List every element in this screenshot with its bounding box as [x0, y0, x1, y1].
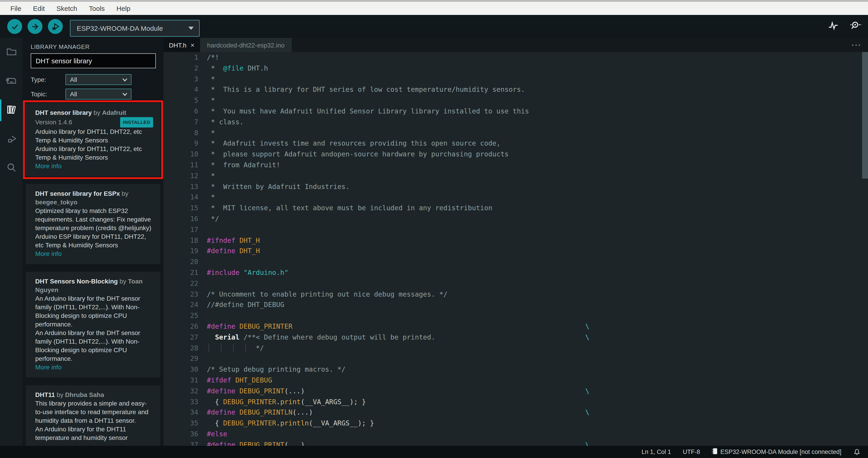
more-info-link[interactable]: More info — [35, 250, 62, 257]
line-number: 17 — [163, 225, 205, 235]
code-line: 7 * class. — [163, 117, 868, 128]
sidebar-item-boards-manager[interactable] — [0, 67, 23, 96]
board-selector-value: ESP32-WROOM-DA Module — [70, 24, 188, 32]
code-editor[interactable]: 1/*!2 * @file DHT.h3 *4 * This is a libr… — [163, 52, 868, 446]
code-line: 13 * Written by Adafruit Industries. — [163, 181, 868, 192]
library-card-title: DHT sensor library by Adafruit — [35, 109, 153, 117]
library-card[interactable]: DHT sensor library for ESPx by beegee_to… — [26, 184, 160, 264]
line-number: 11 — [163, 160, 205, 171]
check-icon — [10, 22, 19, 31]
library-description: Optimized libray to match ESP32 requirem… — [35, 207, 153, 232]
library-author: Adafruit — [102, 109, 126, 116]
line-number: 4 — [163, 85, 205, 96]
line-number: 10 — [163, 149, 205, 160]
line-number: 12 — [163, 171, 205, 182]
debug-icon — [5, 132, 18, 146]
more-info-link[interactable]: More info — [35, 162, 62, 170]
line-number: 3 — [163, 74, 205, 85]
cursor-position[interactable]: Ln 1, Col 1 — [642, 449, 671, 455]
line-number: 20 — [163, 257, 205, 268]
menu-item-file[interactable]: File — [4, 2, 27, 15]
line-number: 26 — [163, 321, 205, 332]
code-line: 33 { DEBUG_PRINTER.print(__VA_ARGS__); } — [163, 397, 868, 408]
toolbar: ESP32-WROOM-DA Module — [0, 15, 868, 38]
library-card[interactable]: DHT11 by Dhruba SahaThis library provide… — [26, 385, 160, 446]
library-version: Version 1.4.6 — [35, 118, 72, 126]
tab-hardcoded-dht22-esp32.ino[interactable]: hardcoded-dht22-esp32.ino — [200, 38, 292, 52]
line-number: 36 — [163, 429, 205, 440]
line-number: 22 — [163, 278, 205, 289]
line-number: 8 — [163, 128, 205, 139]
topic-filter-select[interactable]: All — [65, 89, 131, 99]
code-line: 17 — [163, 225, 868, 235]
board-status[interactable]: ESP32-WROOM-DA Module [not connected] — [712, 448, 841, 456]
serial-plotter-icon[interactable] — [827, 19, 840, 33]
tab-label: hardcoded-dht22-esp32.ino — [207, 41, 284, 49]
type-filter-select[interactable]: All — [65, 74, 131, 85]
line-number: 16 — [163, 214, 205, 225]
code-line: 31#ifdef DHT_DEBUG — [163, 375, 868, 386]
line-number: 31 — [163, 375, 205, 386]
code-line: 14 * — [163, 192, 868, 203]
chevron-down-icon — [122, 90, 131, 98]
menu-item-tools[interactable]: Tools — [83, 2, 111, 15]
library-card-title: DHT11 by Dhruba Saha — [35, 391, 153, 399]
line-number: 24 — [163, 300, 205, 311]
notifications-bell-icon[interactable] — [853, 448, 861, 456]
library-description: An Arduino library for the DHT sensor fa… — [35, 294, 153, 329]
tab-label: DHT.h — [169, 41, 187, 49]
close-icon[interactable]: × — [191, 41, 195, 49]
library-description: Arduino library for DHT11, DHT22, etc Te… — [35, 127, 153, 145]
code-line: 35 { DEBUG_PRINTER.println(__VA_ARGS__);… — [163, 418, 868, 429]
verify-button[interactable] — [7, 19, 22, 34]
line-number: 6 — [163, 106, 205, 117]
sidebar-item-search[interactable] — [0, 154, 23, 183]
sidebar-item-sketchbook[interactable] — [0, 38, 23, 67]
line-number: 14 — [163, 192, 205, 203]
code-line: 34#define DEBUG_PRINTLN(...)\ — [163, 408, 868, 419]
menu-item-edit[interactable]: Edit — [27, 2, 51, 15]
line-number: 9 — [163, 139, 205, 149]
code-line: 37#define DEBUG_PRINT(...)\ — [163, 440, 868, 446]
library-search-input[interactable] — [31, 53, 156, 68]
sidebar-item-debug[interactable] — [0, 125, 23, 154]
line-number: 2 — [163, 63, 205, 74]
encoding-label: UTF-8 — [683, 449, 700, 455]
library-name: DHT sensor library for ESPx — [35, 190, 120, 197]
line-number: 28 — [163, 343, 205, 354]
debug-button[interactable] — [48, 19, 63, 34]
sidebar-item-library-manager[interactable] — [0, 96, 23, 125]
library-card[interactable]: DHT Sensors Non-Blocking by Toan NguyenA… — [26, 272, 160, 377]
menu-item-sketch[interactable]: Sketch — [51, 2, 83, 15]
code-line: 30/* Setup debug printing macros. */ — [163, 365, 868, 375]
code-line: 24//#define DHT_DEBUG — [163, 300, 868, 311]
library-name: DHT Sensors Non-Blocking — [35, 278, 118, 285]
library-card-highlighted[interactable]: DHT sensor library by AdafruitVersion 1.… — [26, 103, 160, 176]
serial-monitor-icon[interactable] — [848, 19, 862, 33]
library-description: An Arduino library for the DHT11 tempera… — [35, 425, 153, 442]
more-info-link[interactable]: More info — [35, 364, 62, 371]
editor: DHT.h×hardcoded-dht22-esp32.ino··· 1/*!2… — [163, 38, 868, 446]
line-number: 30 — [163, 365, 205, 375]
editor-scrollbar[interactable] — [862, 52, 868, 179]
line-number: 33 — [163, 397, 205, 408]
installed-badge: INSTALLED — [120, 117, 153, 127]
line-number: 37 — [163, 440, 205, 446]
library-results-list: DHT sensor library by AdafruitVersion 1.… — [26, 103, 160, 446]
code-line: 32#define DEBUG_PRINT(...)\ — [163, 386, 868, 397]
arduino-ide-window: FileEditSketchToolsHelp ESP32-WROOM-DA M… — [0, 0, 868, 458]
line-number: 19 — [163, 246, 205, 257]
code-line: 9 * Adafruit invests time and resources … — [163, 139, 868, 149]
search-icon — [5, 161, 18, 175]
line-number: 15 — [163, 203, 205, 214]
code-line: 26#define DEBUG_PRINTER\ — [163, 321, 868, 332]
board-selector[interactable]: ESP32-WROOM-DA Module — [70, 20, 199, 37]
tab-overflow-menu-icon[interactable]: ··· — [852, 38, 862, 52]
right-arrow-icon — [30, 22, 39, 31]
tab-DHT.h[interactable]: DHT.h× — [163, 38, 200, 52]
line-number: 25 — [163, 311, 205, 321]
menu-item-help[interactable]: Help — [111, 2, 136, 15]
upload-button[interactable] — [28, 19, 42, 34]
code-line: 22 — [163, 278, 868, 289]
code-line: 28│ │ │ │ */ — [163, 343, 868, 354]
